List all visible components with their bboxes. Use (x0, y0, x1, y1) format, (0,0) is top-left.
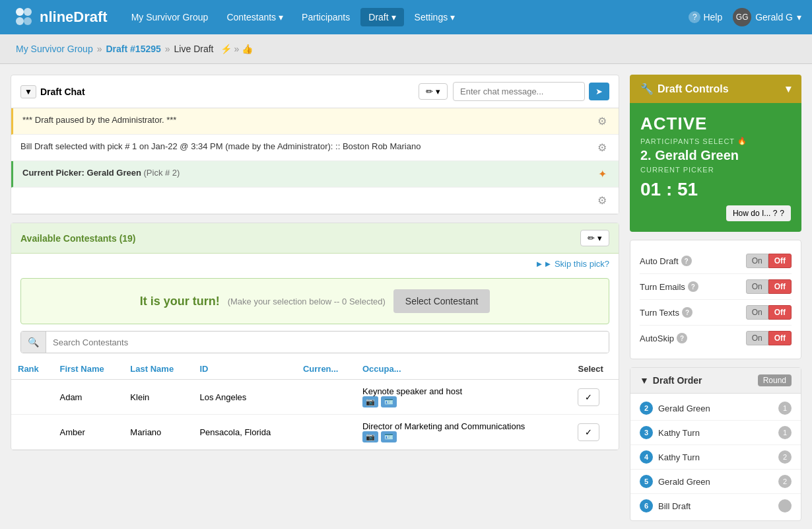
row1-current (296, 380, 356, 415)
draft-chat-header: ▼ Draft Chat ✏ ▾ ➤ (11, 75, 619, 108)
breadcrumb-live: Live Draft (174, 44, 214, 54)
your-turn-text: It is your turn! (140, 295, 220, 308)
card-icon-2[interactable]: 🪪 (381, 431, 397, 442)
card-icon[interactable]: 🪪 (381, 396, 397, 407)
help-link[interactable]: ? Help (689, 11, 722, 23)
chat-input[interactable] (453, 82, 585, 101)
contestants-dropdown-icon: ▾ (279, 12, 283, 22)
contestants-edit-btn[interactable]: ✏ ▾ (580, 230, 609, 246)
fire-icon: 🔥 (737, 137, 747, 145)
main-nav: My Survivor Group Contestants ▾ Particip… (123, 8, 689, 26)
col-rank[interactable]: Rank (11, 359, 53, 380)
logo[interactable]: nlineDraft (11, 4, 108, 30)
turn-texts-on-btn[interactable]: On (746, 305, 768, 320)
toggle-turn-texts: Turn Texts ? On Off (640, 300, 792, 326)
turn-emails-off-btn[interactable]: Off (768, 279, 792, 294)
draft-order-item-2: 3 Kathy Turn 1 (630, 421, 801, 445)
autoskip-off-btn[interactable]: Off (768, 331, 792, 345)
draft-chat-label: Draft Chat (40, 87, 85, 97)
turn-emails-help[interactable]: ? (688, 281, 698, 292)
contestants-pencil-icon: ✏ (588, 233, 595, 243)
col-last-name[interactable]: Last Name (123, 359, 193, 380)
breadcrumb-icons: ⚡ » 👍 (220, 44, 254, 54)
pencil-icon: ✏ (426, 87, 433, 96)
order-num-3: 4 (640, 450, 653, 464)
search-contestants-input[interactable] (46, 332, 609, 353)
draft-order-item-1: 2 Gerald Green 1 (630, 396, 801, 421)
row1-check-button[interactable]: ✓ (578, 388, 599, 406)
table-row: Amber Mariano Pensacola, Florida Directo… (11, 415, 619, 450)
draft-order-toggle-arrow[interactable]: ▼ (640, 375, 649, 386)
active-status-label: ACTIVE (640, 114, 791, 134)
thumbs-up-icon[interactable]: 👍 (242, 44, 253, 54)
select-contestant-button[interactable]: Select Contestant (393, 289, 491, 313)
breadcrumb-draft[interactable]: Draft #15295 (106, 44, 161, 54)
chat-toggle-arrow[interactable]: ▼ (20, 85, 36, 98)
chat-picker-text: Current Picker: Gerald Green (Pick # 2) (22, 168, 595, 178)
autoskip-help[interactable]: ? (677, 333, 687, 343)
order-item-left-4: 5 Gerald Green (640, 475, 710, 488)
active-panel: ACTIVE PARTICIPANTS SELECT 🔥 2. Gerald G… (630, 103, 801, 232)
chat-message-pick: Bill Draft selected with pick # 1 on Jan… (11, 135, 619, 161)
contestants-title: Available Contestants (19) (20, 233, 136, 244)
auto-draft-off-btn[interactable]: Off (768, 254, 792, 268)
autoskip-on-btn[interactable]: On (746, 331, 768, 345)
autoskip-label: AutoSkip ? (640, 333, 687, 343)
chat-picker-star[interactable]: ✦ (595, 168, 609, 180)
order-item-left-5: 6 Bill Draft (640, 499, 691, 512)
order-round-1: 1 (778, 402, 792, 415)
turn-texts-label: Turn Texts ? (640, 307, 693, 318)
draft-order-item-4: 5 Gerald Green 2 (630, 470, 801, 494)
skip-pick-link[interactable]: ►► Skip this pick? (535, 259, 609, 269)
chat-message-admin: *** Draft paused by the Administrator. *… (11, 108, 619, 135)
draft-controls-label: Draft Controls (658, 83, 729, 95)
col-occupation[interactable]: Occupa... (356, 359, 572, 380)
nav-settings[interactable]: Settings ▾ (407, 8, 463, 26)
nav-participants[interactable]: Participants (294, 8, 358, 26)
send-icon: ➤ (595, 87, 603, 96)
breadcrumb-sep-1: » (97, 44, 102, 54)
order-name-1: Gerald Green (658, 404, 710, 413)
row2-rank (11, 415, 53, 450)
help-icon-small: ? (780, 209, 784, 218)
col-id[interactable]: ID (193, 359, 296, 380)
nav-my-survivor-group[interactable]: My Survivor Group (123, 8, 217, 26)
breadcrumb-sep-2: » (165, 44, 170, 54)
order-num-5: 6 (640, 499, 653, 512)
turn-emails-on-btn[interactable]: On (746, 279, 768, 294)
auto-draft-on-btn[interactable]: On (746, 254, 768, 268)
breadcrumb-home[interactable]: My Survivor Group (16, 44, 93, 54)
user-menu[interactable]: GG Gerald G ▾ (733, 8, 801, 26)
camera-icon-2[interactable]: 📷 (362, 431, 378, 442)
row1-rank (11, 380, 53, 415)
chat-plain-gear[interactable]: ⚙ (595, 194, 609, 207)
chat-pick-gear[interactable]: ⚙ (595, 141, 609, 154)
how-do-i-button[interactable]: How do I... ? ? (726, 205, 791, 221)
col-current[interactable]: Curren... (296, 359, 356, 380)
search-icon-button[interactable]: 🔍 (21, 332, 46, 353)
nav-draft[interactable]: Draft ▾ (360, 8, 403, 26)
turn-texts-toggle: On Off (746, 305, 792, 320)
main-header: nlineDraft My Survivor Group Contestants… (0, 0, 812, 34)
row2-occupation: Director of Marketing and Communications… (356, 415, 572, 450)
chat-admin-gear[interactable]: ⚙ (595, 115, 609, 127)
send-button[interactable]: ➤ (589, 83, 609, 100)
pencil-button[interactable]: ✏ ▾ (419, 83, 448, 100)
row2-check-button[interactable]: ✓ (578, 423, 599, 441)
chat-messages: *** Draft paused by the Administrator. *… (11, 108, 619, 214)
table-body: Adam Klein Los Angeles Keynote speaker a… (11, 380, 619, 450)
order-round-5 (778, 499, 792, 512)
search-icon: 🔍 (28, 337, 39, 347)
draft-order-item-5: 6 Bill Draft (630, 494, 801, 518)
camera-icon[interactable]: 📷 (362, 396, 378, 407)
turn-texts-off-btn[interactable]: Off (768, 305, 792, 320)
draft-dropdown-icon: ▾ (391, 12, 396, 22)
row2-current (296, 415, 356, 450)
col-first-name[interactable]: First Name (53, 359, 123, 380)
turn-texts-help[interactable]: ? (682, 307, 693, 318)
your-turn-sub: (Make your selection below -- 0 Selected… (228, 297, 386, 306)
auto-draft-help[interactable]: ? (681, 256, 692, 266)
draft-controls-dropdown-icon[interactable]: ▾ (786, 83, 791, 95)
nav-contestants[interactable]: Contestants ▾ (219, 8, 291, 26)
order-num-1: 2 (640, 402, 653, 415)
